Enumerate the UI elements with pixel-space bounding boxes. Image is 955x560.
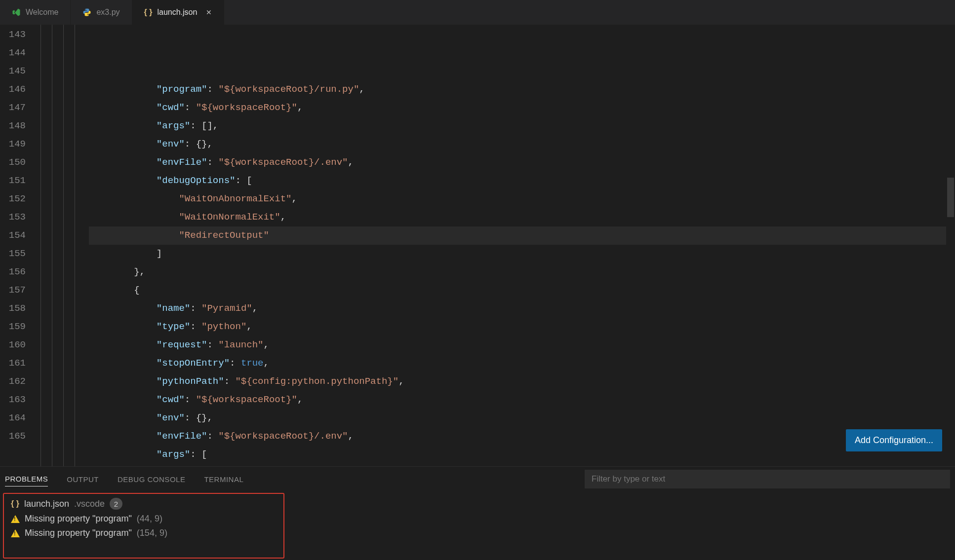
- code-line[interactable]: "pythonPath": "${config:python.pythonPat…: [89, 373, 955, 391]
- problem-item[interactable]: Missing property "program"(154, 9): [4, 526, 283, 540]
- problem-location: (154, 9): [137, 528, 167, 538]
- code-line[interactable]: "env": {},: [89, 135, 955, 153]
- fold-gutter: [35, 25, 89, 466]
- code-line[interactable]: {: [89, 281, 955, 299]
- line-number: 149: [0, 135, 26, 153]
- panel-tab-output[interactable]: OUTPUT: [67, 475, 99, 484]
- problem-item[interactable]: Missing property "program"(44, 9): [4, 512, 283, 526]
- code-line[interactable]: "envFile": "${workspaceRoot}/.env",: [89, 153, 955, 172]
- problem-file-row[interactable]: { } launch.json .vscode 2: [4, 496, 283, 512]
- line-number: 161: [0, 354, 26, 373]
- line-number: 155: [0, 245, 26, 263]
- problem-location: (44, 9): [137, 514, 162, 524]
- code-area[interactable]: "program": "${workspaceRoot}/run.py", "c…: [89, 25, 955, 466]
- line-number: 158: [0, 299, 26, 318]
- line-number: 159: [0, 318, 26, 336]
- line-number: 152: [0, 190, 26, 208]
- code-line[interactable]: "RedirectOutput": [89, 226, 955, 245]
- line-number: 145: [0, 62, 26, 80]
- code-line[interactable]: "WaitOnNormalExit",: [89, 208, 955, 226]
- editor-tabs-bar: Welcomeex3.py{ }launch.json✕: [0, 0, 955, 25]
- line-number: 160: [0, 336, 26, 354]
- code-line[interactable]: "envFile": "${workspaceRoot}/.env",: [89, 427, 955, 446]
- close-icon[interactable]: ✕: [206, 8, 212, 16]
- panel-tab-problems[interactable]: PROBLEMS: [5, 475, 48, 486]
- line-number: 157: [0, 281, 26, 299]
- code-line[interactable]: ]: [89, 245, 955, 263]
- line-number: 151: [0, 172, 26, 190]
- code-line[interactable]: "name": "Pyramid",: [89, 299, 955, 318]
- vscode-icon: [12, 8, 21, 17]
- code-line[interactable]: "args": [],: [89, 117, 955, 135]
- tab-label: launch.json: [157, 8, 197, 17]
- bottom-panel: PROBLEMSOUTPUTDEBUG CONSOLETERMINAL { } …: [0, 466, 955, 560]
- warning-icon: [11, 515, 20, 523]
- code-line[interactable]: "program": "${workspaceRoot}/run.py",: [89, 80, 955, 99]
- code-line[interactable]: "WaitOnAbnormalExit",: [89, 190, 955, 208]
- problems-list: { } launch.json .vscode 2 Missing proper…: [3, 493, 284, 559]
- line-number: 165: [0, 427, 26, 446]
- problem-count-badge: 2: [110, 498, 122, 510]
- panel-tab-terminal[interactable]: TERMINAL: [204, 475, 243, 484]
- panel-tab-debug-console[interactable]: DEBUG CONSOLE: [118, 475, 185, 484]
- line-number: 156: [0, 263, 26, 281]
- code-line[interactable]: "type": "python",: [89, 318, 955, 336]
- python-icon: [82, 8, 91, 17]
- editor-tab[interactable]: Welcome: [0, 0, 71, 25]
- tab-label: Welcome: [26, 8, 58, 17]
- line-number: 164: [0, 409, 26, 427]
- editor-area: 1431441451461471481491501511521531541551…: [0, 25, 955, 466]
- code-line[interactable]: "env": {},: [89, 409, 955, 427]
- warning-icon: [11, 529, 20, 537]
- editor-tab[interactable]: { }launch.json✕: [132, 0, 225, 25]
- line-number: 148: [0, 117, 26, 135]
- json-icon: { }: [144, 8, 153, 17]
- problem-file-folder: .vscode: [74, 499, 105, 509]
- line-number: 162: [0, 373, 26, 391]
- problems-filter-input[interactable]: [585, 470, 950, 488]
- problem-message: Missing property "program": [25, 528, 132, 538]
- problem-message: Missing property "program": [25, 514, 132, 524]
- tab-label: ex3.py: [96, 8, 119, 17]
- line-number: 147: [0, 99, 26, 117]
- line-number: 150: [0, 153, 26, 172]
- line-number: 144: [0, 44, 26, 62]
- json-icon: { }: [11, 499, 19, 508]
- code-line[interactable]: "request": "launch",: [89, 336, 955, 354]
- code-line[interactable]: "debugOptions": [: [89, 172, 955, 190]
- line-number: 143: [0, 26, 26, 44]
- code-line[interactable]: },: [89, 263, 955, 281]
- line-number: 154: [0, 226, 26, 245]
- panel-tabs: PROBLEMSOUTPUTDEBUG CONSOLETERMINAL: [0, 467, 955, 491]
- editor-tab[interactable]: ex3.py: [71, 0, 132, 25]
- line-number: 146: [0, 80, 26, 99]
- code-line[interactable]: "cwd": "${workspaceRoot}",: [89, 99, 955, 117]
- code-line[interactable]: "stopOnEntry": true,: [89, 354, 955, 373]
- problem-file-name: launch.json: [24, 499, 69, 509]
- code-line[interactable]: "args": [: [89, 446, 955, 464]
- code-line[interactable]: "${workspaceRoot}/development.ini": [89, 464, 955, 466]
- line-number: 153: [0, 208, 26, 226]
- line-number: 163: [0, 391, 26, 409]
- line-number-gutter: 1431441451461471481491501511521531541551…: [0, 25, 35, 466]
- code-line[interactable]: "cwd": "${workspaceRoot}",: [89, 391, 955, 409]
